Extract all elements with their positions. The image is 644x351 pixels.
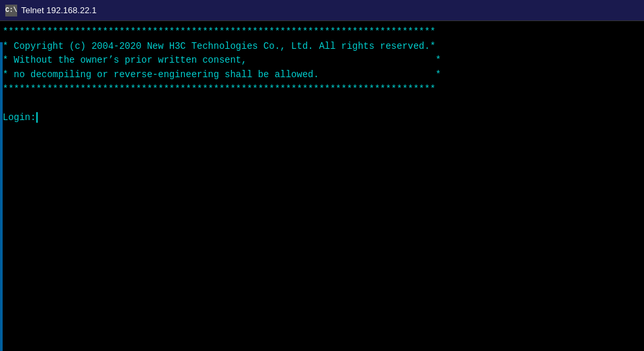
window-icon: C:\ (5, 5, 17, 16)
left-accent-bar (0, 42, 3, 351)
terminal-output[interactable]: ****************************************… (0, 21, 644, 330)
window-title: Telnet 192.168.22.1 (21, 5, 96, 15)
terminal-cursor (36, 112, 38, 123)
login-prompt: Login: (3, 112, 36, 123)
without-line: * Without the owner’s prior written cons… (3, 55, 441, 65)
border-top: ****************************************… (3, 26, 435, 37)
nodecompile-line: * no decompiling or reverse-engineering … (3, 69, 441, 80)
border-bottom: ****************************************… (3, 84, 435, 94)
copyright-line: * Copyright (c) 2004-2020 New H3C Techno… (3, 41, 435, 51)
title-bar: C:\ Telnet 192.168.22.1 (0, 0, 644, 21)
